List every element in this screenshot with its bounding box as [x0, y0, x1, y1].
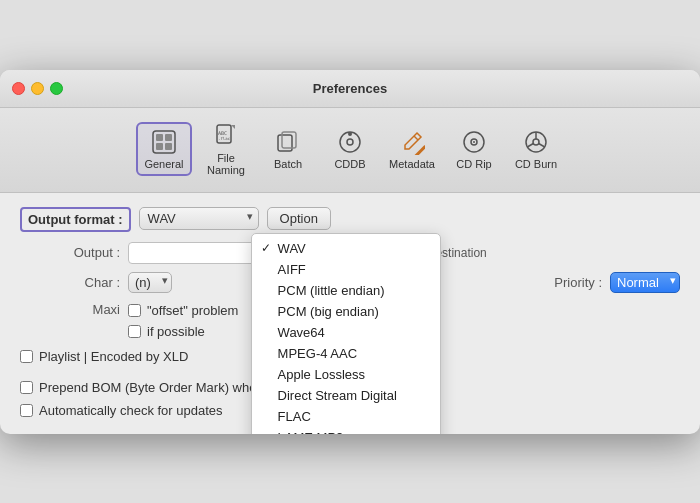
- cddb-label: CDDB: [334, 158, 365, 170]
- window-title: Preferences: [313, 81, 387, 96]
- auto-checkbox-row: if possible: [128, 324, 205, 339]
- general-icon: [150, 128, 178, 156]
- offset-checkbox-row: "offset" problem: [128, 303, 238, 318]
- svg-point-24: [533, 139, 539, 145]
- svg-point-19: [473, 141, 475, 143]
- cd-burn-label: CD Burn: [515, 158, 557, 170]
- maximize-button[interactable]: [50, 82, 63, 95]
- priority-label: Priority :: [554, 275, 602, 290]
- svg-rect-2: [165, 134, 172, 141]
- svg-line-23: [539, 143, 545, 147]
- auto-check-label: Automatically check for updates: [39, 403, 223, 418]
- cd-rip-icon: [460, 128, 488, 156]
- svg-marker-15: [405, 133, 421, 149]
- priority-select[interactable]: Normal Low High: [610, 272, 680, 293]
- batch-label: Batch: [274, 158, 302, 170]
- toolbar-item-file-naming[interactable]: ABC .flac File Naming: [198, 116, 254, 182]
- max-label: Maxi: [20, 302, 120, 317]
- dropdown-item-apple-lossless[interactable]: Apple Lossless: [252, 364, 440, 385]
- dropdown-item-pcm-little[interactable]: PCM (little endian): [252, 280, 440, 301]
- playlist-checkbox[interactable]: [20, 350, 33, 363]
- svg-line-22: [527, 143, 533, 147]
- format-dropdown-wrapper: WAV WAV AIFF PCM (little endian) PCM (bi…: [139, 207, 259, 230]
- char-label: Char :: [20, 275, 120, 290]
- preferences-window: Preferences General ABC .flac: [0, 70, 700, 434]
- auto-label: if possible: [147, 324, 205, 339]
- offset-label: "offset" problem: [147, 303, 238, 318]
- svg-rect-3: [156, 143, 163, 150]
- cd-burn-icon: [522, 128, 550, 156]
- toolbar-item-cd-burn[interactable]: CD Burn: [508, 122, 564, 176]
- toolbar-item-batch[interactable]: Batch: [260, 122, 316, 176]
- playlist-label: Playlist | Encoded by XLD: [39, 349, 188, 364]
- dropdown-item-flac[interactable]: FLAC: [252, 406, 440, 427]
- svg-rect-14: [413, 144, 425, 154]
- batch-icon: [274, 128, 302, 156]
- priority-row: Priority : Normal Low High: [554, 272, 680, 293]
- dropdown-item-lame-mp3[interactable]: LAME MP3: [252, 427, 440, 434]
- offset-checkbox[interactable]: [128, 304, 141, 317]
- metadata-icon: [398, 128, 426, 156]
- svg-point-13: [348, 132, 352, 136]
- format-dropdown-menu: WAV AIFF PCM (little endian) PCM (big en…: [251, 233, 441, 434]
- dropdown-item-wav[interactable]: WAV: [252, 238, 440, 259]
- title-bar: Preferences: [0, 70, 700, 108]
- dropdown-item-wave64[interactable]: Wave64: [252, 322, 440, 343]
- svg-rect-1: [156, 134, 163, 141]
- dropdown-item-aiff[interactable]: AIFF: [252, 259, 440, 280]
- metadata-label: Metadata: [389, 158, 435, 170]
- content-area: Output format : WAV WAV AIFF PCM (little…: [0, 193, 700, 434]
- output-format-label: Output format :: [20, 207, 131, 232]
- format-dropdown-trigger[interactable]: WAV: [139, 207, 259, 230]
- dropdown-item-direct-stream[interactable]: Direct Stream Digital: [252, 385, 440, 406]
- dropdown-item-mpeg4[interactable]: MPEG-4 AAC: [252, 343, 440, 364]
- toolbar-item-general[interactable]: General: [136, 122, 192, 176]
- cddb-icon: [336, 128, 364, 156]
- toolbar: General ABC .flac File Naming Batch: [0, 108, 700, 193]
- bom-checkbox[interactable]: [20, 381, 33, 394]
- svg-text:.flac: .flac: [218, 136, 231, 141]
- toolbar-item-cddb[interactable]: CDDB: [322, 122, 378, 176]
- traffic-lights: [12, 82, 63, 95]
- priority-select-wrapper: Normal Low High: [610, 272, 680, 293]
- output-label: Output :: [20, 245, 120, 260]
- svg-point-12: [347, 139, 353, 145]
- cd-rip-label: CD Rip: [456, 158, 491, 170]
- file-naming-icon: ABC .flac: [212, 122, 240, 150]
- dropdown-item-pcm-big[interactable]: PCM (big endian): [252, 301, 440, 322]
- char-select-wrapper: (n): [128, 272, 172, 293]
- general-label: General: [144, 158, 183, 170]
- file-naming-label: File Naming: [203, 152, 249, 176]
- close-button[interactable]: [12, 82, 25, 95]
- auto-checkbox[interactable]: [128, 325, 141, 338]
- minimize-button[interactable]: [31, 82, 44, 95]
- auto-check-checkbox[interactable]: [20, 404, 33, 417]
- option-button[interactable]: Option: [267, 207, 331, 230]
- svg-rect-4: [165, 143, 172, 150]
- toolbar-item-cd-rip[interactable]: CD Rip: [446, 122, 502, 176]
- char-select[interactable]: (n): [128, 272, 172, 293]
- toolbar-item-metadata[interactable]: Metadata: [384, 122, 440, 176]
- output-format-row: Output format : WAV WAV AIFF PCM (little…: [20, 207, 680, 232]
- svg-line-16: [414, 136, 418, 140]
